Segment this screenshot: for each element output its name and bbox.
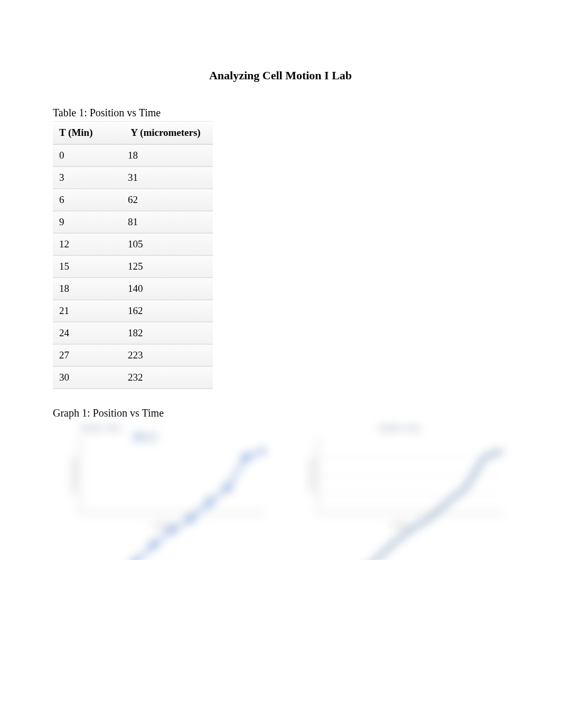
table-row: 018 <box>53 145 213 167</box>
cell-y: 18 <box>118 145 213 167</box>
cell-t: 3 <box>53 167 118 189</box>
cell-y: 232 <box>118 367 213 389</box>
cell-t: 6 <box>53 189 118 211</box>
cell-t: 12 <box>53 234 118 256</box>
y-axis-label: Y (micrometers) <box>71 458 77 493</box>
cell-y: 105 <box>118 234 213 256</box>
table-row: 21162 <box>53 300 213 322</box>
table-row: 331 <box>53 167 213 189</box>
table-row: 981 <box>53 211 213 234</box>
cell-y: 125 <box>118 256 213 278</box>
chart-left: Position vs Time Series Y (micrometers) <box>53 422 270 528</box>
plot-area <box>79 437 265 513</box>
cell-y: 31 <box>118 167 213 189</box>
cell-y: 140 <box>118 278 213 300</box>
table-caption: Table 1: Position vs Time <box>53 107 508 119</box>
cell-y: 162 <box>118 300 213 322</box>
scatter-plot-icon <box>80 437 265 560</box>
chart-title: Position vs Time <box>379 425 420 431</box>
table-row: 27223 <box>53 345 213 367</box>
cell-t: 9 <box>53 211 118 234</box>
cell-y: 223 <box>118 345 213 367</box>
y-axis-label: Y (micrometers) <box>309 458 315 493</box>
cell-t: 0 <box>53 145 118 167</box>
chart-title: Position vs Time <box>80 425 121 431</box>
x-axis-label: T (Min) <box>153 522 170 528</box>
cell-t: 24 <box>53 322 118 345</box>
position-time-table: T (Min) Y (micrometers) 018 331 662 981 … <box>53 121 213 389</box>
cell-t: 27 <box>53 345 118 367</box>
table-row: 24182 <box>53 322 213 345</box>
table-header-row: T (Min) Y (micrometers) <box>53 121 213 145</box>
graph-caption: Graph 1: Position vs Time <box>53 407 508 419</box>
table-row: 12105 <box>53 234 213 256</box>
document-title: Analyzing Cell Motion I Lab <box>53 69 508 82</box>
table-row: 30232 <box>53 367 213 389</box>
cell-y: 182 <box>118 322 213 345</box>
cell-y: 81 <box>118 211 213 234</box>
table-row: 662 <box>53 189 213 211</box>
document-page: Analyzing Cell Motion I Lab Table 1: Pos… <box>0 0 561 560</box>
x-axis-label: T (Min) <box>391 522 408 528</box>
table-header-y: Y (micrometers) <box>118 121 213 145</box>
table-header-t: T (Min) <box>53 121 118 145</box>
cell-t: 15 <box>53 256 118 278</box>
cell-t: 21 <box>53 300 118 322</box>
cell-t: 30 <box>53 367 118 389</box>
chart-right: Position vs Time Y (micrometers) T (Min) <box>291 422 508 528</box>
line-plot-icon <box>318 437 503 560</box>
cell-t: 18 <box>53 278 118 300</box>
plot-area <box>317 437 503 513</box>
table-row: 15125 <box>53 256 213 278</box>
cell-y: 62 <box>118 189 213 211</box>
blurred-chart-region: Position vs Time Series Y (micrometers) <box>53 422 508 528</box>
table-row: 18140 <box>53 278 213 300</box>
